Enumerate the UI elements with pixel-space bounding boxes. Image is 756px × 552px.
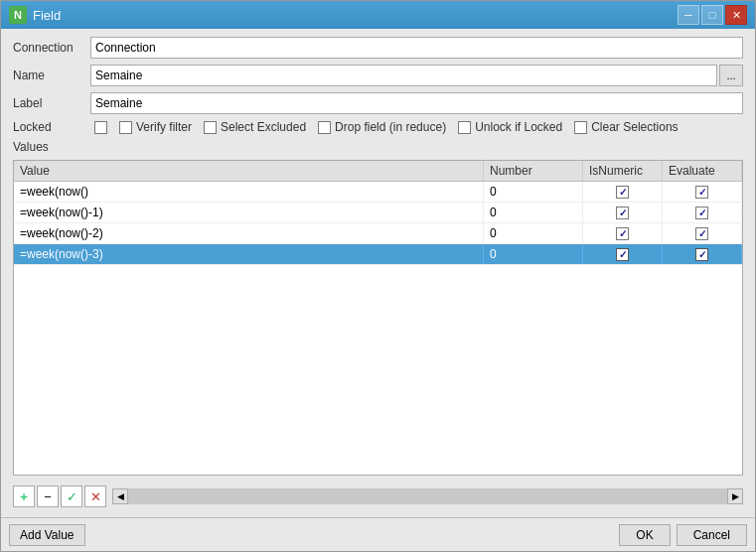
isnumeric-checkbox[interactable] [616, 227, 629, 240]
drop-field-checkbox[interactable] [318, 121, 331, 134]
evaluate-checkbox[interactable] [695, 248, 708, 261]
th-value: Value [14, 161, 484, 181]
locked-label: Locked [13, 120, 82, 134]
drop-field-group: Drop field (in reduce) [318, 120, 446, 134]
table-row[interactable]: =week(now()-3)0 [14, 244, 742, 265]
locked-row: Locked Verify filter Select Excluded Dro… [13, 120, 743, 134]
connection-input[interactable] [90, 37, 743, 59]
scroll-controls: ◀ ▶ [112, 488, 743, 504]
values-table: Value Number IsNumeric Evaluate =week(no… [13, 160, 743, 476]
title-bar: N Field ─ □ ✕ [1, 1, 755, 29]
locked-checkbox[interactable] [94, 121, 107, 134]
label-label: Label [13, 96, 82, 110]
add-icon: + [20, 489, 28, 504]
table-header: Value Number IsNumeric Evaluate [14, 161, 742, 182]
maximize-button[interactable]: □ [701, 5, 723, 25]
label-row: Label [13, 92, 743, 114]
window-title: Field [33, 8, 61, 23]
dialog-content: Connection Name ... Label Locked Verify … [1, 29, 755, 517]
add-value-button[interactable]: Add Value [9, 524, 85, 546]
cell-isnumeric[interactable] [583, 183, 663, 202]
unlock-if-locked-checkbox[interactable] [458, 121, 471, 134]
evaluate-checkbox[interactable] [695, 207, 708, 219]
remove-row-button[interactable]: − [37, 485, 59, 507]
cell-value: =week(now()-3) [14, 244, 484, 264]
clear-selections-group: Clear Selections [574, 120, 678, 134]
evaluate-checkbox[interactable] [695, 227, 708, 240]
clear-selections-checkbox[interactable] [574, 121, 587, 134]
th-isnumeric: IsNumeric [583, 161, 663, 181]
label-input[interactable] [90, 92, 743, 114]
unlock-if-locked-label: Unlock if Locked [475, 120, 562, 134]
cell-number: 0 [484, 182, 583, 202]
name-row: Name ... [13, 65, 743, 86]
verify-filter-group: Verify filter [119, 120, 192, 134]
scroll-left-button[interactable]: ◀ [112, 488, 128, 504]
evaluate-checkbox[interactable] [695, 186, 708, 199]
table-row[interactable]: =week(now()0 [14, 182, 742, 203]
verify-filter-label: Verify filter [136, 120, 192, 134]
close-button[interactable]: ✕ [725, 5, 747, 25]
cell-isnumeric[interactable] [583, 224, 663, 243]
app-icon: N [9, 6, 27, 24]
values-section-label: Values [13, 140, 743, 154]
cell-value: =week(now()-1) [14, 203, 484, 222]
select-excluded-group: Select Excluded [204, 120, 306, 134]
scroll-right-button[interactable]: ▶ [727, 488, 743, 504]
cell-value: =week(now() [14, 182, 484, 202]
add-row-button[interactable]: + [13, 485, 35, 507]
clear-selections-label: Clear Selections [591, 120, 678, 134]
cell-value: =week(now()-2) [14, 223, 484, 243]
bottom-toolbar: + − ✓ ✕ ◀ ▶ [13, 482, 743, 509]
ok-button[interactable]: OK [619, 524, 670, 546]
cell-isnumeric[interactable] [583, 245, 663, 264]
select-excluded-label: Select Excluded [221, 120, 306, 134]
main-window: N Field ─ □ ✕ Connection Name ... Label [0, 0, 756, 552]
name-browse-button[interactable]: ... [719, 65, 743, 86]
confirm-icon: ✓ [67, 489, 77, 504]
cell-evaluate[interactable] [663, 245, 742, 264]
isnumeric-checkbox[interactable] [616, 207, 629, 219]
isnumeric-checkbox[interactable] [616, 186, 629, 199]
minimize-button[interactable]: ─ [678, 5, 699, 25]
cancel-button[interactable]: Cancel [677, 524, 747, 546]
th-evaluate: Evaluate [663, 161, 742, 181]
scroll-track [128, 488, 727, 504]
name-label: Name [13, 69, 82, 82]
connection-row: Connection [13, 37, 743, 59]
confirm-button[interactable]: ✓ [61, 485, 82, 507]
table-body: =week(now()0=week(now()-1)0=week(now()-2… [14, 182, 742, 475]
remove-icon: − [44, 489, 52, 504]
verify-filter-checkbox[interactable] [119, 121, 132, 134]
cancel-row-icon: ✕ [90, 489, 101, 504]
name-input[interactable] [90, 65, 717, 86]
isnumeric-checkbox[interactable] [616, 248, 629, 261]
cell-number: 0 [484, 203, 583, 222]
cell-evaluate[interactable] [663, 204, 742, 222]
select-excluded-checkbox[interactable] [204, 121, 217, 134]
dialog-footer: Add Value OK Cancel [1, 517, 755, 551]
cell-evaluate[interactable] [663, 224, 742, 243]
unlock-if-locked-group: Unlock if Locked [458, 120, 562, 134]
connection-label: Connection [13, 41, 82, 55]
table-row[interactable]: =week(now()-1)0 [14, 203, 742, 223]
cell-number: 0 [484, 223, 583, 243]
cell-evaluate[interactable] [663, 183, 742, 202]
name-input-group: ... [90, 65, 743, 86]
th-number: Number [484, 161, 583, 181]
cancel-row-button[interactable]: ✕ [84, 485, 106, 507]
drop-field-label: Drop field (in reduce) [335, 120, 446, 134]
table-row[interactable]: =week(now()-2)0 [14, 223, 742, 244]
cell-isnumeric[interactable] [583, 204, 663, 222]
cell-number: 0 [484, 244, 583, 264]
window-controls: ─ □ ✕ [678, 5, 747, 25]
title-bar-left: N Field [9, 6, 61, 24]
values-label: Values [13, 140, 49, 154]
